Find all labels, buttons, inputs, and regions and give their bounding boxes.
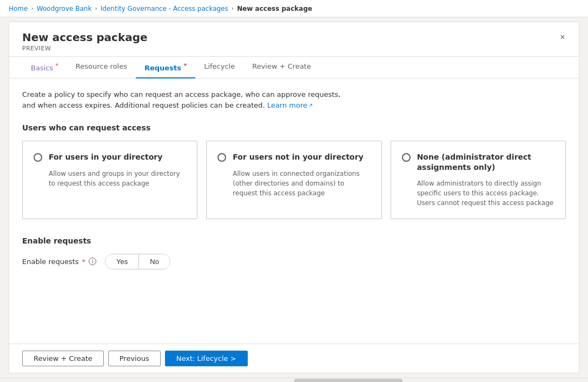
panel-footer: Review + Create Previous Next: Lifecycle… <box>9 344 579 373</box>
radio-card-not-directory-header: For users not in your directory <box>217 152 370 162</box>
radio-card-not-directory-desc: Allow users in connected organizations (… <box>217 169 370 198</box>
next-lifecycle-button[interactable]: Next: Lifecycle > <box>165 351 248 366</box>
bottom-scrollbar <box>0 378 588 382</box>
enable-requests-toggle[interactable]: Yes No <box>105 254 170 269</box>
radio-card-directory-header: For users in your directory <box>34 152 186 162</box>
tab-review-create[interactable]: Review + Create <box>243 57 320 78</box>
panel-preview-label: PREVIEW <box>22 45 566 52</box>
radio-card-not-directory-title: For users not in your directory <box>233 152 363 162</box>
radio-card-none-desc: Allow administrators to directly assign … <box>402 179 554 208</box>
tab-requests[interactable]: Requests * <box>136 57 195 78</box>
breadcrumb-current: New access package <box>237 5 312 12</box>
radio-card-none[interactable]: None (administrator direct assignments o… <box>391 141 566 219</box>
close-button[interactable]: × <box>555 30 570 45</box>
breadcrumb-bar: Home › Woodgrove Bank › Identity Governa… <box>0 0 588 17</box>
section-users-title: Users who can request access <box>22 123 566 132</box>
enable-requests-row: Enable requests * i Yes No <box>22 254 566 269</box>
enable-requests-title: Enable requests <box>22 236 566 245</box>
breadcrumb-identity-governance[interactable]: Identity Governance - Access packages <box>101 5 228 12</box>
radio-card-directory-title: For users in your directory <box>49 152 162 162</box>
learn-more-link[interactable]: Learn more ↗ <box>267 100 313 111</box>
radio-card-none-title: None (administrator direct assignments o… <box>417 152 554 172</box>
panel-title: New access package <box>22 31 566 44</box>
breadcrumb-sep-1: › <box>31 5 33 12</box>
info-icon[interactable]: i <box>89 258 96 265</box>
toggle-no-button[interactable]: No <box>139 254 170 269</box>
radio-circle-not-directory <box>217 153 226 162</box>
main-panel: New access package PREVIEW × Basics * Re… <box>9 22 579 373</box>
breadcrumb-home[interactable]: Home <box>9 5 28 12</box>
radio-card-not-directory[interactable]: For users not in your directory Allow us… <box>206 141 381 219</box>
breadcrumb-sep-3: › <box>232 5 234 12</box>
scrollbar-track <box>294 379 402 382</box>
breadcrumb-woodgrove[interactable]: Woodgrove Bank <box>37 5 92 12</box>
panel-header: New access package PREVIEW × <box>9 22 579 57</box>
tab-lifecycle[interactable]: Lifecycle <box>195 57 243 78</box>
review-create-button[interactable]: Review + Create <box>22 351 104 366</box>
radio-card-directory[interactable]: For users in your directory Allow users … <box>22 141 197 219</box>
breadcrumb-sep-2: › <box>95 5 97 12</box>
enable-requests-section: Enable requests Enable requests * i Yes … <box>22 236 566 269</box>
tab-basics[interactable]: Basics * <box>22 57 67 78</box>
tab-resource-roles[interactable]: Resource roles <box>67 57 136 78</box>
enable-requests-label: Enable requests * i <box>22 258 96 266</box>
radio-circle-directory <box>34 153 42 162</box>
radio-cards-container: For users in your directory Allow users … <box>22 141 566 219</box>
radio-card-directory-desc: Allow users and groups in your directory… <box>34 169 186 188</box>
radio-card-none-header: None (administrator direct assignments o… <box>402 152 554 172</box>
description-text: Create a policy to specify who can reque… <box>22 89 347 110</box>
tabs-bar: Basics * Resource roles Requests * Lifec… <box>9 57 579 78</box>
previous-button[interactable]: Previous <box>108 351 161 366</box>
toggle-yes-button[interactable]: Yes <box>105 254 138 269</box>
panel-content: Create a policy to specify who can reque… <box>9 78 579 344</box>
required-indicator: * <box>82 258 86 266</box>
radio-circle-none <box>402 153 411 162</box>
